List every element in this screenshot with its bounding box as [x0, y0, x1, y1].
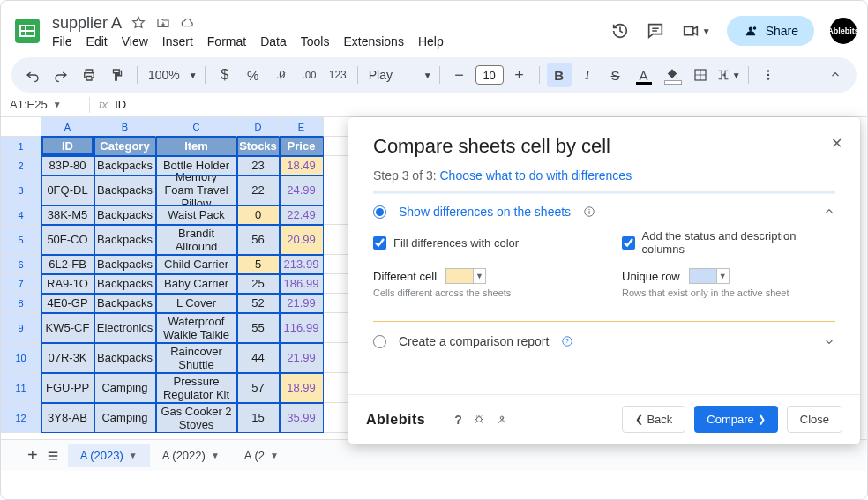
row-header[interactable]: 11: [1, 373, 41, 403]
column-header[interactable]: C: [156, 117, 237, 137]
italic-button[interactable]: I: [575, 63, 600, 87]
cell[interactable]: 6L2-FB: [41, 255, 94, 274]
compare-button[interactable]: Compare❯: [694, 406, 777, 433]
header-cell[interactable]: Item: [156, 137, 237, 156]
cell[interactable]: 21.99: [280, 343, 324, 373]
bold-button[interactable]: B: [547, 63, 572, 87]
add-sheet-button[interactable]: +: [27, 445, 38, 466]
percent-button[interactable]: %: [241, 63, 266, 87]
cell[interactable]: Camping: [94, 403, 156, 433]
cell[interactable]: 55: [237, 313, 280, 343]
cell[interactable]: 186.99: [280, 274, 324, 294]
number-format-button[interactable]: 123: [326, 63, 350, 87]
sheet-tab[interactable]: A (2022)▼: [150, 444, 232, 467]
increase-decimal-button[interactable]: .00: [297, 63, 322, 87]
decrease-decimal-button[interactable]: .0̷: [269, 63, 294, 87]
header-cell[interactable]: Price: [280, 137, 324, 156]
menu-insert[interactable]: Insert: [162, 34, 193, 49]
cell[interactable]: Backpacks: [94, 294, 156, 313]
show-differences-label[interactable]: Show differences on the sheets: [399, 205, 571, 219]
cell[interactable]: 18.49: [280, 156, 324, 175]
row-header[interactable]: 5: [1, 225, 41, 255]
menu-help[interactable]: Help: [418, 34, 444, 49]
row-header[interactable]: 12: [1, 403, 41, 433]
undo-button[interactable]: [20, 63, 45, 87]
cell[interactable]: RA9-1O: [41, 274, 94, 294]
cell[interactable]: Child Carrier: [156, 255, 237, 274]
decrease-font-button[interactable]: −: [447, 63, 472, 87]
chevron-up-icon[interactable]: [823, 205, 835, 218]
cell[interactable]: 0: [237, 205, 280, 225]
cell[interactable]: Baby Carrier: [156, 274, 237, 294]
cell[interactable]: 15: [237, 403, 280, 433]
formula-bar[interactable]: ID: [115, 98, 126, 111]
row-header[interactable]: 10: [1, 343, 41, 373]
cloud-icon[interactable]: [180, 15, 196, 31]
cell[interactable]: 213.99: [280, 255, 324, 274]
font-size-input[interactable]: 10: [475, 65, 504, 85]
menu-tools[interactable]: Tools: [301, 34, 330, 49]
name-box[interactable]: A1:E25▼: [10, 98, 80, 111]
cell[interactable]: Backpacks: [94, 343, 156, 373]
cell[interactable]: Backpacks: [94, 175, 156, 205]
paint-format-button[interactable]: [105, 63, 130, 87]
column-header[interactable]: D: [237, 117, 280, 137]
create-report-label[interactable]: Create a comparison report: [399, 334, 549, 348]
close-icon[interactable]: ✕: [831, 135, 842, 152]
cell[interactable]: 07R-3K: [41, 343, 94, 373]
cell[interactable]: 52: [237, 294, 280, 313]
cell[interactable]: 83P-80: [41, 156, 94, 175]
row-header[interactable]: 6: [1, 255, 41, 274]
column-header[interactable]: E: [280, 117, 324, 137]
sheet-tab[interactable]: A (2023)▼: [68, 444, 150, 467]
account-avatar[interactable]: Ablebits: [830, 18, 857, 44]
cell[interactable]: Gas Cooker 2 Stoves: [156, 403, 237, 433]
header-cell[interactable]: Stocks: [237, 137, 280, 156]
cell[interactable]: 25: [237, 274, 280, 294]
cell[interactable]: Pressure Regulator Kit: [156, 373, 237, 403]
chevron-down-icon[interactable]: [823, 335, 835, 347]
move-icon[interactable]: [155, 15, 171, 31]
different-cell-color-picker[interactable]: ▼: [445, 268, 486, 284]
comment-icon[interactable]: [646, 21, 665, 41]
cell[interactable]: 50F-CO: [41, 225, 94, 255]
cell[interactable]: Camping: [94, 373, 156, 403]
fill-color-label[interactable]: Fill differences with color: [393, 236, 519, 250]
cell[interactable]: 3Y8-AB: [41, 403, 94, 433]
bug-icon[interactable]: [473, 413, 485, 427]
cell[interactable]: 24.99: [280, 175, 324, 205]
cell[interactable]: Backpacks: [94, 156, 156, 175]
add-status-checkbox[interactable]: [622, 236, 635, 250]
menu-edit[interactable]: Edit: [86, 34, 108, 49]
menu-data[interactable]: Data: [260, 34, 287, 49]
back-button[interactable]: ❮Back: [622, 406, 685, 433]
fill-color-button[interactable]: [660, 63, 685, 87]
sheets-logo[interactable]: [11, 15, 43, 47]
cell[interactable]: 4E0-GP: [41, 294, 94, 313]
fill-color-checkbox[interactable]: [373, 236, 386, 250]
star-icon[interactable]: [131, 15, 146, 31]
cell[interactable]: Backpacks: [94, 205, 156, 225]
cell[interactable]: 5: [237, 255, 280, 274]
row-header[interactable]: 8: [1, 294, 41, 313]
row-header[interactable]: 2: [1, 156, 41, 175]
show-differences-radio[interactable]: [373, 205, 386, 219]
row-header[interactable]: 4: [1, 205, 41, 225]
cell[interactable]: FGU-PP: [41, 373, 94, 403]
increase-font-button[interactable]: +: [507, 63, 532, 87]
help-icon[interactable]: ?: [561, 335, 573, 347]
menu-extensions[interactable]: Extensions: [343, 34, 403, 49]
collapse-toolbar-button[interactable]: [823, 63, 848, 87]
header-cell[interactable]: Category: [94, 137, 156, 156]
cell[interactable]: Backpacks: [94, 255, 156, 274]
redo-button[interactable]: [49, 63, 73, 87]
help-icon[interactable]: ?: [454, 413, 462, 427]
row-header[interactable]: 3: [1, 175, 41, 205]
strikethrough-button[interactable]: S: [603, 63, 628, 87]
print-button[interactable]: [77, 63, 101, 87]
row-header[interactable]: 7: [1, 274, 41, 294]
cell[interactable]: 23: [237, 156, 280, 175]
sheet-tab[interactable]: A (2▼: [232, 444, 291, 467]
merge-button[interactable]: ▼: [716, 63, 741, 87]
unique-row-color-picker[interactable]: ▼: [689, 268, 730, 284]
